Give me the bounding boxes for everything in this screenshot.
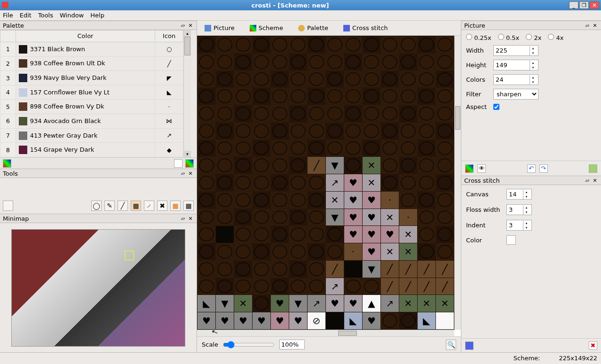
palette-table: Color Icon 13371 Black Brown○ 2938 Coffe…: [0, 30, 183, 157]
table-row[interactable]: 8154 Grape Very Dark◆: [0, 143, 183, 157]
fill-tool-icon[interactable]: ▦: [131, 201, 141, 211]
width-label: Width: [466, 47, 490, 54]
canvas-area[interactable]: /*cells generated below via JS for brevi…: [197, 36, 461, 336]
redo-icon[interactable]: ↷: [539, 164, 548, 173]
scale-value[interactable]: 100%: [279, 340, 305, 349]
table-row[interactable]: 2938 Coffee Brown Ult Dk╱: [0, 56, 183, 71]
color-label: Color: [466, 237, 503, 244]
spin-up-icon[interactable]: ▴: [523, 205, 530, 210]
delete-cross-icon[interactable]: ✖: [589, 341, 597, 350]
close-icon[interactable]: ✕: [187, 22, 194, 29]
app-icon: [2, 2, 8, 8]
spin-down-icon[interactable]: ▾: [523, 194, 530, 199]
aspect-label: Aspect: [466, 103, 490, 110]
spin-up-icon[interactable]: ▴: [530, 61, 536, 65]
spin-up-icon[interactable]: ▴: [523, 190, 530, 194]
colors-label: Colors: [466, 76, 490, 83]
menu-help[interactable]: Help: [90, 12, 104, 19]
cross-stitch-icon: [343, 25, 350, 31]
zoom-05x-radio[interactable]: 0.5x: [498, 34, 520, 41]
table-row[interactable]: 7413 Pewter Gray Dark↗: [0, 128, 183, 143]
scale-slider[interactable]: [223, 341, 275, 349]
circle-tool-icon[interactable]: ◯: [91, 201, 102, 211]
canvas-field[interactable]: [507, 189, 523, 199]
tab-palette[interactable]: Palette: [295, 23, 331, 33]
menu-edit[interactable]: Edit: [20, 12, 32, 19]
menu-file[interactable]: File: [3, 12, 13, 19]
table-row[interactable]: 6934 Avocado Grn Black⋈: [0, 114, 183, 129]
table-row[interactable]: 4157 Cornflower Blue Vy Lt◣: [0, 85, 183, 100]
spin-up-icon[interactable]: ▴: [523, 221, 530, 225]
cross-panel-title: Cross stitch: [464, 177, 583, 184]
filter-select[interactable]: sharpen: [493, 89, 538, 100]
erase-tool-icon[interactable]: ✖: [157, 201, 167, 211]
minimap-image[interactable]: [11, 229, 185, 347]
status-scheme-label: Scheme:: [514, 355, 540, 362]
spin-up-icon[interactable]: ▴: [530, 75, 536, 80]
table-row[interactable]: 3939 Navy Blue Very Dark◤: [0, 71, 183, 85]
close-button[interactable]: ✕: [590, 1, 599, 9]
zoom-025x-radio[interactable]: 0.25x: [466, 34, 491, 41]
spin-down-icon[interactable]: ▾: [530, 51, 536, 55]
indent-field[interactable]: [507, 220, 523, 230]
spin-up-icon[interactable]: ▴: [530, 46, 536, 51]
zoom-4x-radio[interactable]: 4x: [548, 34, 563, 41]
palette-icon: [298, 25, 305, 31]
close-icon[interactable]: ✕: [187, 170, 194, 177]
tab-picture[interactable]: Picture: [202, 23, 237, 33]
tab-cross-stitch[interactable]: Cross stitch: [340, 23, 391, 33]
close-icon[interactable]: ✕: [592, 22, 598, 29]
undock-icon[interactable]: ▱: [180, 215, 186, 222]
floss-label: Floss width: [466, 206, 503, 213]
minimap-title: Minimap: [3, 215, 179, 222]
close-icon[interactable]: ✕: [187, 215, 194, 222]
palette-picker-icon[interactable]: [3, 159, 11, 168]
spin-down-icon[interactable]: ▾: [530, 80, 536, 85]
zoom-2x-radio[interactable]: 2x: [526, 34, 541, 41]
undock-icon[interactable]: ▱: [180, 170, 186, 177]
aspect-checkbox[interactable]: [493, 104, 499, 110]
table-row[interactable]: 5898 Coffee Brown Vy Dk·: [0, 100, 183, 114]
zoom-fit-icon[interactable]: 🔍: [446, 340, 456, 350]
palette-mini-icon[interactable]: [465, 164, 474, 173]
spin-down-icon[interactable]: ▾: [530, 65, 536, 70]
maximize-button[interactable]: ❐: [579, 1, 589, 9]
minimize-button[interactable]: _: [569, 1, 578, 9]
tab-scheme[interactable]: Scheme: [247, 23, 286, 33]
colors-field[interactable]: [494, 75, 530, 85]
sel-tool-icon[interactable]: ▦: [170, 201, 181, 211]
minimap-viewport[interactable]: [125, 251, 134, 260]
menu-window[interactable]: Window: [60, 12, 84, 19]
height-label: Height: [466, 62, 490, 69]
menu-tools[interactable]: Tools: [38, 12, 53, 19]
scheme-grid[interactable]: /*cells generated below via JS for brevi…: [197, 36, 454, 330]
eye-icon[interactable]: 👁: [477, 164, 486, 173]
height-field[interactable]: [494, 60, 530, 70]
palette-bg-icon[interactable]: [174, 159, 182, 168]
floss-field[interactable]: [507, 205, 523, 215]
icon-header[interactable]: Icon: [155, 31, 183, 42]
palette-scrollbar[interactable]: ▴ ▾: [183, 30, 191, 157]
tool-empty[interactable]: [3, 201, 13, 211]
undock-icon[interactable]: ▱: [584, 22, 591, 29]
scale-label: Scale: [202, 341, 218, 348]
color-swatch[interactable]: [506, 235, 516, 245]
canvas-hscroll[interactable]: [197, 330, 454, 336]
palette-picker2-icon[interactable]: [185, 159, 194, 168]
pencil-tool-icon[interactable]: ✎: [104, 201, 115, 211]
color-header[interactable]: Color: [16, 31, 155, 42]
cross-canvas-icon[interactable]: [465, 341, 474, 350]
close-icon[interactable]: ✕: [592, 177, 598, 184]
table-row[interactable]: 13371 Black Brown○: [0, 42, 183, 56]
width-field[interactable]: [494, 46, 530, 55]
grid-tool-icon[interactable]: ▦: [183, 201, 194, 211]
undo-icon[interactable]: ↶: [527, 164, 536, 173]
picker-tool-icon[interactable]: ⟋: [144, 201, 154, 211]
spin-down-icon[interactable]: ▾: [523, 210, 530, 215]
spin-down-icon[interactable]: ▾: [523, 225, 530, 230]
canvas-vscroll[interactable]: [454, 36, 461, 330]
line-tool-icon[interactable]: ╱: [118, 201, 128, 211]
undock-icon[interactable]: ▱: [584, 177, 591, 184]
apply-picture-icon[interactable]: [589, 164, 597, 173]
undock-icon[interactable]: ▱: [180, 22, 186, 29]
